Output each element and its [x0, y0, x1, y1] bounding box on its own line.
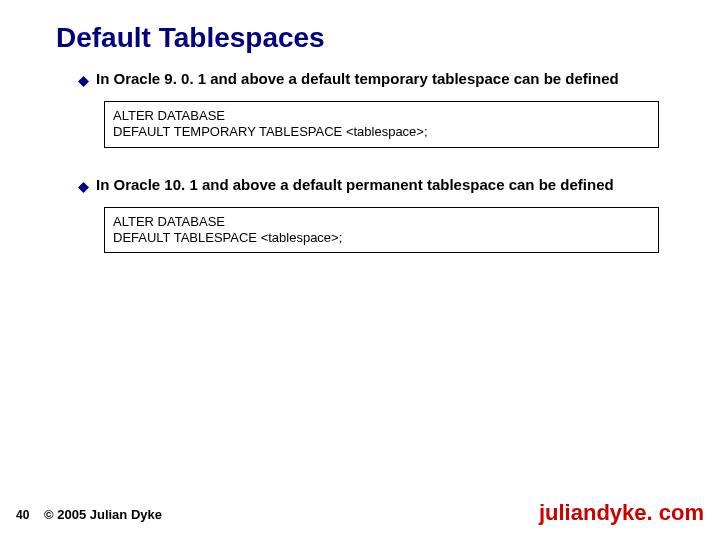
diamond-bullet-icon: [78, 73, 96, 91]
code-line: DEFAULT TABLESPACE <tablespace>;: [113, 230, 650, 246]
code-line: ALTER DATABASE: [113, 108, 650, 124]
code-box: ALTER DATABASE DEFAULT TABLESPACE <table…: [104, 207, 659, 254]
slide-content: In Oracle 9. 0. 1 and above a default te…: [78, 70, 678, 281]
svg-marker-1: [78, 182, 89, 193]
website-text: juliandyke. com: [539, 500, 704, 526]
slide-title: Default Tablespaces: [56, 22, 325, 54]
code-line: DEFAULT TEMPORARY TABLESPACE <tablespace…: [113, 124, 650, 140]
bullet-item: In Oracle 10. 1 and above a default perm…: [78, 176, 678, 197]
page-number: 40: [16, 508, 29, 522]
diamond-bullet-icon: [78, 179, 96, 197]
code-box: ALTER DATABASE DEFAULT TEMPORARY TABLESP…: [104, 101, 659, 148]
bullet-text: In Oracle 10. 1 and above a default perm…: [96, 176, 614, 195]
code-line: ALTER DATABASE: [113, 214, 650, 230]
svg-marker-0: [78, 76, 89, 87]
bullet-item: In Oracle 9. 0. 1 and above a default te…: [78, 70, 678, 91]
copyright-text: © 2005 Julian Dyke: [44, 507, 162, 522]
bullet-text: In Oracle 9. 0. 1 and above a default te…: [96, 70, 619, 89]
slide: Default Tablespaces In Oracle 9. 0. 1 an…: [0, 0, 720, 540]
